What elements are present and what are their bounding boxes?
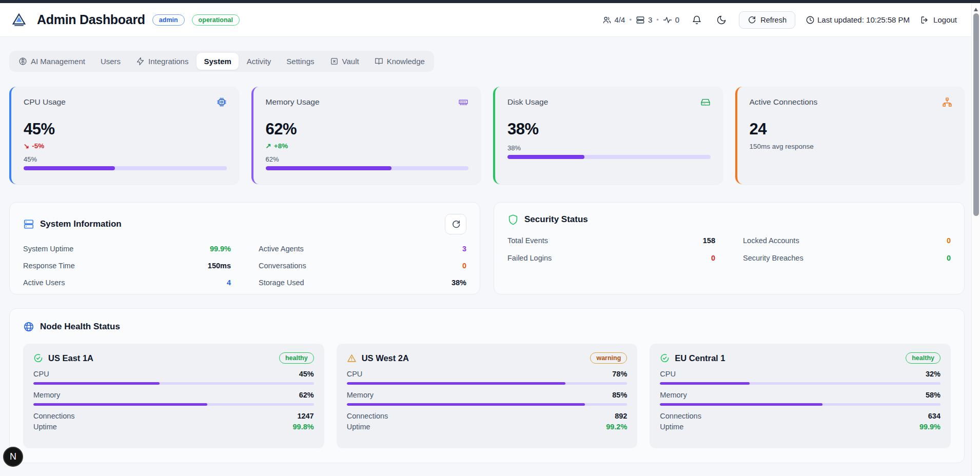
- book-icon: [375, 57, 383, 66]
- connections-value: 24: [750, 120, 953, 138]
- card-title: Active Connections: [750, 97, 818, 107]
- memory-icon: [458, 97, 468, 107]
- memory-usage-card: Memory Usage 62% ↗ +8% 62%: [251, 87, 481, 184]
- info-row: Security Breaches0: [743, 254, 951, 262]
- panel-title: Security Status: [524, 214, 588, 225]
- memory-progress-bar: [266, 166, 469, 170]
- brain-icon: [18, 57, 27, 66]
- disk-usage-card: Disk Usage 38% 38%: [493, 87, 723, 184]
- disk-bar-label: 38%: [507, 144, 711, 152]
- dark-mode-toggle[interactable]: [714, 13, 729, 27]
- info-panels-row: System Information System Uptime99.9% Ac…: [9, 202, 965, 294]
- cpu-progress-bar: [24, 166, 227, 170]
- security-grid: Total Events158 Locked Accounts0 Failed …: [507, 236, 951, 262]
- cpu-usage-card: CPU Usage 45% ↘ -5% 45%: [9, 87, 239, 184]
- trend-up-icon: ↗: [266, 142, 271, 150]
- info-row: Total Events158: [507, 236, 715, 245]
- tab-settings[interactable]: Settings: [279, 53, 321, 70]
- tab-knowledge[interactable]: Knowledge: [367, 53, 432, 70]
- node-status-badge: warning: [590, 352, 627, 364]
- system-info-refresh-button[interactable]: [445, 214, 466, 234]
- server-icon: [23, 219, 34, 230]
- memory-bar-label: 62%: [266, 155, 469, 163]
- system-info-grid: System Uptime99.9% Active Agents3 Respon…: [23, 245, 466, 287]
- scrollbar-up-arrow-icon[interactable]: [974, 8, 978, 11]
- memory-trend: ↗ +8%: [266, 142, 469, 150]
- servers-count: 3: [636, 15, 652, 25]
- disk-value: 38%: [507, 120, 711, 138]
- node-memory-bar: [33, 403, 314, 406]
- shield-icon: [507, 214, 519, 225]
- header-right: 4/4 • 3 • 0 Refresh Last updated: 10: [602, 11, 957, 29]
- last-updated: Last updated: 10:25:58 PM: [806, 15, 910, 25]
- info-row: Storage Used38%: [259, 279, 466, 287]
- scrollbar-thumb[interactable]: [973, 13, 979, 216]
- security-status-panel: Security Status Total Events158 Locked A…: [494, 202, 965, 294]
- node-memory-bar: [660, 403, 940, 406]
- vault-icon: [330, 57, 339, 66]
- panel-title: Node Health Status: [40, 322, 120, 332]
- header-left: Admin Dashboard admin operational: [11, 12, 240, 28]
- warning-icon: [347, 353, 357, 363]
- info-row: Failed Logins0: [507, 254, 715, 262]
- users-icon: [602, 15, 612, 25]
- node-card-us-west-2a: US West 2A warning CPU78% Memory85% Conn…: [337, 344, 638, 448]
- refresh-button[interactable]: Refresh: [739, 11, 795, 29]
- page-title: Admin Dashboard: [37, 12, 145, 27]
- active-connections-card: Active Connections 24 150ms avg response: [735, 87, 965, 184]
- nextjs-dev-badge[interactable]: N: [3, 447, 23, 467]
- cpu-bar-label: 45%: [24, 155, 227, 163]
- vertical-scrollbar[interactable]: [971, 3, 980, 476]
- node-card-eu-central-1: EU Central 1 healthy CPU32% Memory58% Co…: [650, 344, 951, 448]
- card-title: CPU Usage: [24, 97, 66, 107]
- status-badge: operational: [192, 14, 240, 26]
- panel-title: System Information: [40, 219, 122, 229]
- memory-value: 62%: [266, 120, 469, 138]
- node-status-badge: healthy: [906, 352, 940, 364]
- info-row: System Uptime99.9%: [23, 245, 231, 253]
- nav-tabbar: AI Management Users Integrations System …: [9, 51, 434, 72]
- main-content: AI Management Users Integrations System …: [0, 37, 971, 476]
- notifications-button[interactable]: [690, 13, 704, 27]
- info-row: Active Agents3: [259, 245, 466, 253]
- node-health-panel: Node Health Status US East 1A healthy CP…: [9, 308, 965, 463]
- refresh-icon: [452, 220, 460, 229]
- node-cpu-bar: [347, 382, 628, 385]
- bell-icon: [692, 15, 702, 25]
- globe-icon: [23, 321, 34, 332]
- moon-icon: [716, 15, 727, 25]
- node-status-badge: healthy: [279, 352, 314, 364]
- tab-users[interactable]: Users: [93, 53, 128, 70]
- separator-dot: •: [656, 16, 659, 24]
- connections-subtitle: 150ms avg response: [750, 143, 953, 150]
- network-icon: [942, 97, 952, 107]
- app-header: Admin Dashboard admin operational 4/4 • …: [0, 3, 971, 37]
- node-cpu-bar: [33, 382, 314, 385]
- trend-down-icon: ↘: [24, 142, 29, 150]
- cpu-trend: ↘ -5%: [24, 142, 227, 150]
- node-memory-bar: [347, 403, 628, 406]
- separator-dot: •: [629, 16, 632, 24]
- tab-activity[interactable]: Activity: [240, 53, 279, 70]
- header-mini-stats: 4/4 • 3 • 0: [602, 15, 680, 25]
- stat-cards-row: CPU Usage 45% ↘ -5% 45% Memory Usage 62%…: [9, 87, 965, 184]
- node-cpu-bar: [660, 382, 940, 385]
- info-row: Locked Accounts0: [743, 236, 951, 245]
- activity-icon: [663, 15, 672, 25]
- logout-button[interactable]: Logout: [920, 15, 957, 25]
- disk-progress-bar: [507, 155, 711, 159]
- tab-system[interactable]: System: [197, 53, 238, 70]
- activity-count: 0: [663, 15, 679, 25]
- check-circle-icon: [33, 353, 43, 363]
- nodes-grid: US East 1A healthy CPU45% Memory62% Conn…: [23, 344, 951, 448]
- node-card-us-east-1a: US East 1A healthy CPU45% Memory62% Conn…: [23, 344, 324, 448]
- cpu-value: 45%: [24, 120, 227, 138]
- system-information-panel: System Information System Uptime99.9% Ac…: [9, 202, 480, 294]
- zap-icon: [136, 57, 145, 66]
- tab-integrations[interactable]: Integrations: [129, 53, 195, 70]
- clock-icon: [806, 15, 815, 25]
- tab-ai-management[interactable]: AI Management: [11, 53, 92, 70]
- tab-vault[interactable]: Vault: [323, 53, 366, 70]
- card-title: Memory Usage: [266, 97, 320, 107]
- role-badge: admin: [152, 14, 185, 26]
